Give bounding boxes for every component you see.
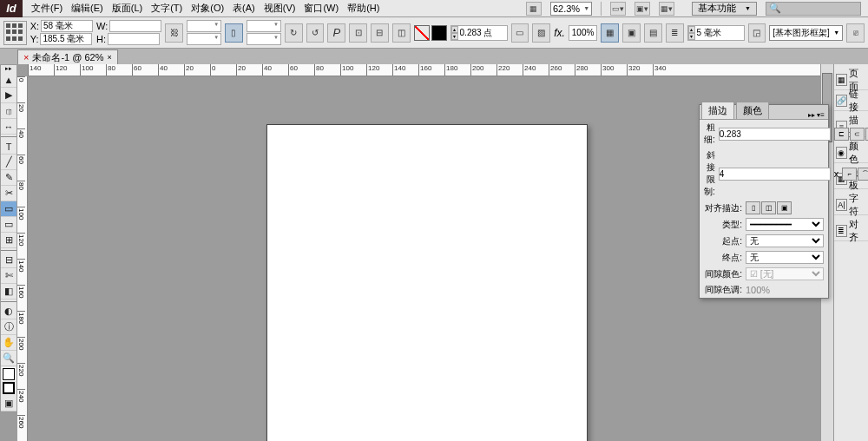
tool-0[interactable]: ▲	[1, 72, 16, 88]
rotate-ccw-icon[interactable]: ↺	[306, 23, 325, 43]
panel-menu-icon[interactable]: ▸▸ ▾≡	[805, 111, 828, 119]
constrain-icon[interactable]: ⛓	[165, 23, 183, 43]
x-input[interactable]	[41, 20, 93, 32]
search-input[interactable]: 🔍	[766, 2, 861, 16]
opacity-field[interactable]: 100%	[569, 25, 598, 41]
close-tab-icon[interactable]: ×	[108, 53, 112, 62]
miter-unit: x	[834, 168, 839, 179]
tool-14[interactable]: ◐	[1, 304, 16, 319]
flip-h-icon[interactable]: P	[327, 23, 345, 43]
miter-input[interactable]	[719, 168, 831, 181]
horizontal-ruler[interactable]: 1401201008060402002040608010012014016018…	[28, 64, 820, 76]
menu-window[interactable]: 窗口(W)	[300, 0, 342, 16]
screen-mode-tool[interactable]: ▣	[1, 396, 16, 411]
dock-item-1[interactable]: 🔗链接	[834, 90, 868, 111]
view-options-icon[interactable]: ▭▾	[610, 2, 626, 16]
menu-table[interactable]: 表(A)	[229, 0, 259, 16]
tool-8[interactable]: ▭	[1, 201, 16, 217]
stroke-weight-field[interactable]: ▴▾	[450, 25, 508, 41]
wrap-jump-icon[interactable]: ≣	[666, 23, 684, 43]
tool-7[interactable]: ✂	[1, 186, 16, 201]
w-input[interactable]	[109, 20, 161, 32]
dock-item-3[interactable]: ◉颜色	[834, 142, 868, 163]
select-content-icon[interactable]: ⊟	[371, 23, 389, 43]
scale-x[interactable]	[187, 20, 221, 32]
document-tab[interactable]: × 未命名-1 @ 62% ×	[17, 49, 118, 64]
menu-object[interactable]: 对象(O)	[187, 0, 227, 16]
auto-fit-icon[interactable]: ▯	[225, 23, 243, 43]
menu-file[interactable]: 文件(F)	[28, 0, 66, 16]
workspace-select[interactable]: 基本功能	[692, 2, 757, 16]
menu-view[interactable]: 视图(V)	[260, 0, 299, 16]
wrap-bbox-icon[interactable]: ▣	[622, 23, 641, 43]
corner-options-icon[interactable]: ◲	[748, 23, 766, 43]
vertical-ruler[interactable]: 020406080100120140160180200220240260	[17, 76, 28, 441]
panel-tab-stroke[interactable]: 描边	[701, 102, 734, 120]
drop-shadow-icon[interactable]: ▨	[532, 23, 550, 43]
menu-type[interactable]: 文字(T)	[148, 0, 186, 16]
control-bar: X: Y: W: H: ⛓ ▯ ↻ ↺ P ⊡ ⊟ ◫ ▴▾ ▭ ▨ fx. 1…	[0, 17, 868, 49]
menu-edit[interactable]: 编辑(E)	[68, 0, 107, 16]
effects-icon[interactable]: ▭	[511, 23, 529, 43]
start-select[interactable]: 无	[746, 234, 824, 247]
rotate[interactable]	[247, 20, 281, 32]
menu-layout[interactable]: 版面(L)	[108, 0, 146, 16]
stroke-panel[interactable]: 描边 颜色 ▸▸ ▾≡ 粗细:⊏⊂⊐ 斜接限制:x⌐⌒◣ 对齐描边:▯◫▣ 类型…	[699, 104, 829, 299]
align-center-icon[interactable]: ▯	[746, 201, 760, 214]
select-container-icon[interactable]: ⊡	[349, 23, 367, 43]
shear[interactable]	[247, 33, 281, 45]
clear-override-icon[interactable]: ⎚	[846, 23, 865, 43]
weight-input[interactable]	[719, 128, 831, 141]
tool-2[interactable]: ⎅	[1, 103, 16, 119]
dock-item-5[interactable]: A|字符	[834, 194, 868, 215]
fill-stroke-toggle[interactable]	[3, 368, 15, 394]
align-outside-icon[interactable]: ▣	[777, 201, 792, 214]
object-style-select[interactable]: [基本图形框架]	[769, 25, 843, 41]
gap-color-select: ☑ [无]	[746, 267, 824, 280]
wrap-offset-input[interactable]	[695, 26, 744, 40]
type-select[interactable]: ━━━━━━━━	[746, 218, 824, 231]
x-label: X:	[30, 21, 39, 31]
rotate-cw-icon[interactable]: ↻	[285, 23, 303, 43]
join-round-icon[interactable]: ⌒	[858, 168, 868, 181]
fit-content-icon[interactable]: ◫	[392, 23, 411, 43]
tool-13[interactable]: ◧	[1, 284, 16, 299]
tool-10[interactable]: ⊞	[1, 233, 16, 248]
zoom-select[interactable]: 62.3%	[550, 2, 592, 16]
tool-1[interactable]: ▶	[1, 88, 16, 103]
tool-11[interactable]: ⊟	[1, 253, 16, 268]
fill-swatch[interactable]	[414, 25, 430, 41]
wrap-none-icon[interactable]: ▦	[601, 23, 619, 43]
cap-round-icon[interactable]: ⊂	[850, 128, 865, 141]
arrange-icon[interactable]: ▦▾	[659, 2, 674, 16]
screen-mode-icon[interactable]: ▣▾	[635, 2, 650, 16]
fill-stroke-swatch[interactable]	[414, 25, 447, 41]
tool-16[interactable]: ✋	[1, 335, 16, 351]
scale-y[interactable]	[187, 33, 221, 45]
tool-15[interactable]: ⓘ	[1, 319, 16, 335]
end-select[interactable]: 无	[746, 251, 824, 264]
panel-tab-color[interactable]: 颜色	[736, 102, 769, 120]
wrap-shape-icon[interactable]: ▤	[644, 23, 662, 43]
wrap-offset-field[interactable]: ▴▾	[687, 25, 745, 41]
stroke-swatch[interactable]	[431, 25, 447, 41]
dock-item-6[interactable]: ≣对齐	[834, 220, 868, 241]
join-miter-icon[interactable]: ⌐	[842, 168, 857, 181]
tool-12[interactable]: ✄	[1, 268, 16, 284]
tool-4[interactable]: T	[1, 139, 16, 155]
stroke-weight-input[interactable]	[458, 26, 507, 40]
y-input[interactable]	[40, 33, 92, 45]
gpu-icon[interactable]: ▦	[526, 2, 542, 16]
h-input[interactable]	[108, 33, 160, 45]
cap-butt-icon[interactable]: ⊏	[834, 128, 849, 141]
tool-3[interactable]: ↔	[1, 119, 16, 135]
align-inside-icon[interactable]: ◫	[761, 201, 776, 214]
page[interactable]	[266, 124, 588, 441]
tool-9[interactable]: ▭	[1, 217, 16, 233]
tool-17[interactable]: 🔍	[1, 351, 16, 366]
tool-5[interactable]: ╱	[1, 155, 16, 170]
tool-6[interactable]: ✎	[1, 170, 16, 186]
reference-point[interactable]	[3, 21, 27, 45]
y-label: Y:	[30, 34, 39, 44]
menu-help[interactable]: 帮助(H)	[344, 0, 383, 16]
